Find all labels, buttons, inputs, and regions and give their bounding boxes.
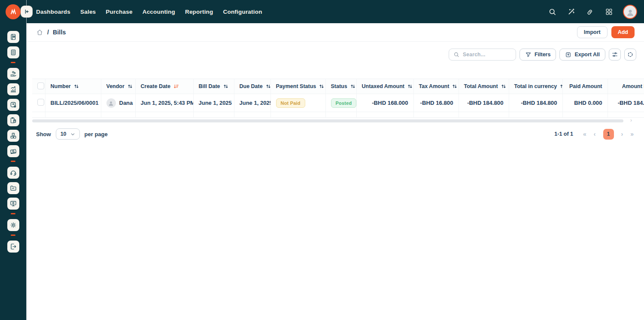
magic-wand-icon[interactable] bbox=[566, 7, 576, 16]
nav-item-sales[interactable]: Sales bbox=[80, 9, 96, 15]
column-header-due_date[interactable]: Due Date bbox=[234, 79, 270, 94]
prev-page-icon[interactable]: ‹ bbox=[594, 131, 596, 137]
column-header-vendor[interactable]: Vendor bbox=[101, 79, 135, 94]
chevron-down-icon bbox=[70, 132, 75, 137]
folder-document-icon[interactable] bbox=[7, 182, 19, 194]
logout-icon[interactable] bbox=[7, 241, 19, 253]
select-all-checkbox[interactable] bbox=[37, 82, 44, 89]
vendor-name: Dana bbox=[119, 100, 133, 106]
column-label-untaxed_amount: Untaxed Amount bbox=[362, 83, 405, 89]
cash-icon[interactable] bbox=[7, 145, 19, 157]
column-header-untaxed_amount[interactable]: Untaxed Amount bbox=[356, 79, 413, 94]
column-header-paid_amount: Paid Amount bbox=[562, 79, 608, 94]
hand-coins-icon[interactable] bbox=[7, 68, 19, 80]
home-icon[interactable] bbox=[36, 29, 43, 36]
export-all-button[interactable]: Export All bbox=[559, 49, 605, 61]
column-header-total_in_currency[interactable]: Total in currency bbox=[509, 79, 562, 94]
column-header-payment_status[interactable]: Payment Status bbox=[270, 79, 325, 94]
clipboard-calculator-icon[interactable] bbox=[7, 114, 19, 126]
scan-circle-icon[interactable] bbox=[624, 49, 636, 61]
cell-untaxed_amount: -BHD 168.000 bbox=[356, 94, 413, 112]
column-header-number[interactable]: Number bbox=[45, 79, 101, 94]
column-label-total_in_currency: Total in currency bbox=[514, 83, 557, 89]
sort-updown-icon[interactable] bbox=[223, 83, 229, 89]
next-page-icon[interactable]: › bbox=[621, 131, 623, 137]
last-page-icon[interactable]: » bbox=[630, 131, 634, 137]
gear-icon[interactable] bbox=[7, 219, 19, 231]
cell-vendor: Dana bbox=[101, 94, 135, 112]
sort-desc-icon[interactable] bbox=[173, 83, 179, 89]
column-label-amount_due: Amount Due bbox=[622, 83, 644, 89]
vendor-avatar bbox=[106, 98, 116, 108]
packages-icon[interactable] bbox=[7, 130, 19, 142]
calculator-icon[interactable] bbox=[7, 46, 19, 58]
growth-chart-icon[interactable] bbox=[7, 83, 19, 95]
column-label-due_date: Due Date bbox=[240, 83, 263, 89]
monitor-icon[interactable] bbox=[7, 198, 19, 210]
nav-item-accounting[interactable]: Accounting bbox=[143, 9, 175, 15]
filters-button[interactable]: Filters bbox=[519, 49, 556, 61]
import-button[interactable]: Import bbox=[577, 26, 608, 38]
scroll-right-arrow-icon[interactable]: › bbox=[630, 117, 632, 123]
sort-updown-icon[interactable] bbox=[501, 83, 507, 89]
column-header-status[interactable]: Status bbox=[325, 79, 356, 94]
column-header-bill_date[interactable]: Bill Date bbox=[193, 79, 234, 94]
first-page-icon[interactable]: « bbox=[583, 131, 586, 137]
sort-updown-icon[interactable] bbox=[407, 83, 413, 89]
main-nav: DashboardsSalesPurchaseAccountingReporti… bbox=[36, 9, 262, 15]
sort-updown-icon[interactable] bbox=[319, 83, 325, 89]
headset-icon[interactable] bbox=[7, 167, 19, 179]
apps-grid-icon[interactable] bbox=[604, 7, 614, 16]
filters-label: Filters bbox=[535, 52, 551, 58]
user-avatar[interactable] bbox=[623, 5, 637, 19]
cell-create_date: Jun 1, 2025, 5:43 PM bbox=[135, 94, 193, 112]
cell-payment_status: Not Paid bbox=[270, 94, 325, 112]
search-input-wrap bbox=[449, 49, 516, 61]
cell-total_amount: -BHD 184.800 bbox=[459, 94, 509, 112]
list-toolbar: Filters Export All bbox=[27, 42, 644, 61]
brand-logo-icon[interactable] bbox=[6, 4, 21, 19]
column-header-total_amount[interactable]: Total Amount bbox=[459, 79, 509, 94]
sidebar-separator bbox=[11, 213, 15, 214]
collapse-sidebar-icon[interactable] bbox=[21, 6, 32, 17]
column-header-select[interactable] bbox=[32, 79, 45, 94]
sort-updown-icon[interactable] bbox=[452, 83, 458, 89]
nav-item-dashboards[interactable]: Dashboards bbox=[36, 9, 70, 15]
sidebar-separator bbox=[11, 161, 15, 162]
page-size-select[interactable]: 10 bbox=[56, 128, 80, 140]
sort-updown-icon[interactable] bbox=[265, 83, 270, 89]
nav-item-purchase[interactable]: Purchase bbox=[106, 9, 132, 15]
table-row[interactable]: BILL/2025/06/0001DanaJun 1, 2025, 5:43 P… bbox=[32, 94, 644, 112]
breadcrumb: / Bills Import Add bbox=[27, 23, 644, 42]
sort-updown-icon[interactable] bbox=[559, 83, 562, 89]
sort-updown-icon[interactable] bbox=[350, 83, 356, 89]
cell-select bbox=[32, 94, 45, 112]
nav-item-reporting[interactable]: Reporting bbox=[185, 9, 213, 15]
add-button[interactable]: Add bbox=[611, 26, 635, 38]
cell-tax_amount: -BHD 16.800 bbox=[413, 94, 459, 112]
search-icon[interactable] bbox=[547, 7, 557, 16]
column-header-tax_amount[interactable]: Tax Amount bbox=[413, 79, 459, 94]
ledger-book-icon[interactable] bbox=[7, 31, 19, 43]
main-content: / Bills Import Add Filters Export All bbox=[27, 23, 644, 140]
pagination-bar: Show 10 per page 1-1 of 1 « ‹ 1 › » bbox=[27, 123, 644, 140]
column-label-number: Number bbox=[51, 83, 71, 89]
bills-table-zone: NumberVendorCreate DateBill DateDue Date… bbox=[27, 79, 644, 118]
sort-updown-icon[interactable] bbox=[127, 83, 133, 89]
top-navigation-bar: DashboardsSalesPurchaseAccountingReporti… bbox=[0, 0, 644, 23]
column-header-create_date[interactable]: Create Date bbox=[135, 79, 193, 94]
scale-icon[interactable] bbox=[7, 99, 19, 111]
page-title: Bills bbox=[53, 29, 66, 36]
row-checkbox[interactable] bbox=[37, 99, 44, 106]
link-icon[interactable] bbox=[585, 7, 595, 16]
search-input[interactable] bbox=[463, 52, 511, 58]
page-size-value: 10 bbox=[61, 131, 67, 137]
adjust-sliders-icon[interactable] bbox=[609, 49, 621, 61]
cell-total_in_currency: -BHD 184.800 bbox=[509, 94, 562, 112]
nav-item-configuration[interactable]: Configuration bbox=[223, 9, 262, 15]
cell-due_date: June 1, 2025 bbox=[234, 94, 270, 112]
horizontal-scrollbar-thumb[interactable] bbox=[32, 119, 623, 122]
bills-table: NumberVendorCreate DateBill DateDue Date… bbox=[32, 79, 644, 118]
sort-updown-icon[interactable] bbox=[73, 83, 79, 89]
page-1-button[interactable]: 1 bbox=[603, 129, 614, 140]
